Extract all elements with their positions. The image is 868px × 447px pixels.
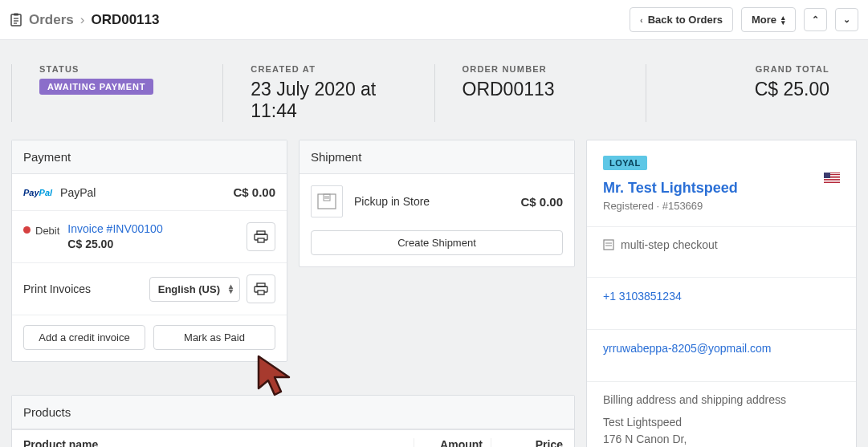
address-name: Test Lightspeed [603,414,840,431]
payment-paypal-row: PayPal PayPal C$ 0.00 [12,174,287,211]
payment-title: Payment [12,140,287,174]
invoice-link[interactable]: Invoice #INV00100 [67,222,162,235]
total-label: GRAND TOTAL [674,64,829,74]
breadcrumb: Orders › ORD00113 [10,12,159,28]
shipment-amount: C$ 0.00 [520,195,563,209]
status-badge: AWAITING PAYMENT [39,79,153,95]
address-label: Billing address and shipping address [603,393,840,406]
summary-created: CREATED AT 23 July 2020 at 11:44 [222,64,434,122]
select-caret-icon: ▴▾ [229,284,233,294]
debit-label: Debit [35,225,59,237]
status-label: STATUS [39,64,195,74]
svg-rect-0 [11,14,21,26]
address-lines: Test Lightspeed 176 N Canon Dr, [603,414,840,447]
clipboard-icon [10,13,22,27]
products-title: Products [12,396,574,429]
products-columns: Product name Amount Price [12,429,574,447]
package-icon [311,185,343,217]
ordernum-label: ORDER NUMBER [463,64,618,74]
col-amount: Amount [414,438,491,447]
content: Payment PayPal PayPal C$ 0.00 Debit [0,140,868,447]
shipment-card: Shipment Pickup in Store C$ 0.00 Creat [299,140,575,267]
shipment-method-row: Pickup in Store C$ 0.00 [311,185,563,217]
paypal-label: PayPal [60,186,96,199]
invoice-amount: C$ 25.00 [67,238,162,250]
summary-total: GRAND TOTAL C$ 25.00 [646,64,857,122]
flag-us-icon [824,172,840,186]
svg-rect-10 [258,291,264,295]
svg-rect-12 [324,194,330,201]
created-label: CREATED AT [251,64,406,74]
shipment-title: Shipment [300,140,574,174]
col-product-name: Product name [23,438,414,447]
chevron-right-icon: › [80,12,85,28]
payment-debit-row: Debit Invoice #INV00100 C$ 25.00 [12,211,287,263]
svg-rect-20 [824,180,840,181]
print-invoice-button[interactable] [247,222,275,251]
shipment-method: Pickup in Store [354,195,430,208]
total-value: C$ 25.00 [674,79,829,100]
main-columns: Payment PayPal PayPal C$ 0.00 Debit [11,140,575,384]
sort-icon: ▴▾ [781,15,785,25]
paypal-icon: PayPal [23,188,52,197]
products-card: Products Product name Amount Price [11,395,575,447]
summary-ordernum: ORDER NUMBER ORD00113 [434,64,646,122]
chevron-left-icon: ‹ [640,15,643,25]
prev-order-button[interactable]: ⌃ [804,8,827,31]
breadcrumb-parent[interactable]: Orders [29,12,74,28]
customer-phone-link[interactable]: +1 3103851234 [603,290,682,303]
print-icon [254,230,268,243]
back-to-orders-button[interactable]: ‹ Back to Orders [630,7,733,32]
svg-rect-21 [824,181,840,182]
address-line1: 176 N Canon Dr, [603,431,840,447]
customer-email-link[interactable]: yrruwabeppa-8205@yopmail.com [603,342,772,355]
svg-rect-23 [604,240,613,250]
status-dot-icon [23,226,31,234]
back-label: Back to Orders [648,14,723,26]
create-shipment-button[interactable]: Create Shipment [311,230,563,255]
paypal-amount: C$ 0.00 [233,185,275,199]
print-icon [254,282,268,295]
add-credit-invoice-button[interactable]: Add a credit invoice [23,325,145,350]
more-label: More [752,14,776,26]
payment-actions: Add a credit invoice Mark as Paid [12,315,287,361]
summary-status: STATUS AWAITING PAYMENT [11,64,222,122]
print-all-button[interactable] [247,274,275,303]
print-invoices-label: Print Invoices [23,282,91,295]
mark-as-paid-button[interactable]: Mark as Paid [153,325,275,350]
order-summary: STATUS AWAITING PAYMENT CREATED AT 23 Ju… [0,40,868,140]
customer-sub: Registered · #153669 [603,200,840,212]
svg-rect-1 [14,13,18,15]
print-invoices-row: Print Invoices English (US) ▴▾ [12,263,287,315]
checkout-type: multi-step checkout [621,238,718,251]
payment-card: Payment PayPal PayPal C$ 0.00 Debit [11,140,287,362]
customer-card: LOYAL Mr. Test Lightspeed Registered · #… [586,140,857,447]
breadcrumb-current: ORD00113 [91,12,159,28]
col-price: Price [491,438,563,447]
ordernum-value: ORD00113 [463,79,618,100]
language-select[interactable]: English (US) ▴▾ [149,277,240,302]
chevron-up-icon: ⌃ [812,14,819,25]
customer-name-link[interactable]: Mr. Test Lightspeed [603,180,738,197]
top-bar: Orders › ORD00113 ‹ Back to Orders More … [0,0,868,40]
created-value: 23 July 2020 at 11:44 [251,79,406,122]
topbar-actions: ‹ Back to Orders More ▴▾ ⌃ ⌄ [630,7,858,32]
loyal-badge: LOYAL [603,156,647,170]
svg-rect-19 [824,178,840,179]
chevron-down-icon: ⌄ [843,14,850,25]
svg-rect-22 [824,173,830,178]
next-order-button[interactable]: ⌄ [835,8,858,31]
svg-rect-7 [258,238,264,242]
language-selected: English (US) [158,283,220,295]
checkout-icon [603,239,614,250]
more-button[interactable]: More ▴▾ [741,7,796,32]
